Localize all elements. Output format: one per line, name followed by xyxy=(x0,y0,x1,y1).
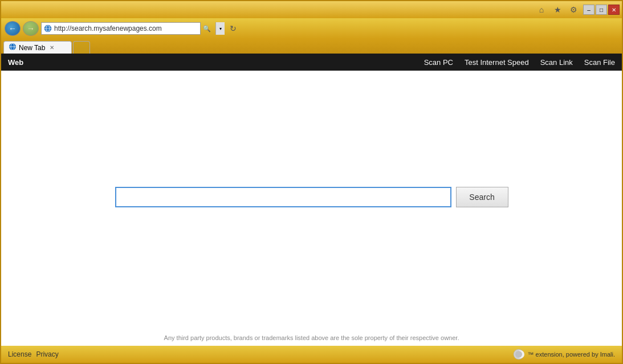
address-bar-area: ← → http://search.mysafenewpages.com 🔍 ▾… xyxy=(1,18,622,39)
new-tab[interactable]: New Tab ✕ xyxy=(3,41,72,54)
settings-icon-btn[interactable]: ⚙ xyxy=(567,3,580,16)
svg-point-10 xyxy=(515,351,522,358)
status-right: ™ extension, powered by Imali. xyxy=(513,349,615,360)
address-dropdown-btn[interactable]: ▾ xyxy=(215,22,225,35)
minimize-button[interactable]: – xyxy=(583,5,595,15)
tab-close-button[interactable]: ✕ xyxy=(50,44,54,51)
privacy-link[interactable]: Privacy xyxy=(36,350,58,358)
back-button[interactable]: ← xyxy=(5,21,21,36)
forward-button[interactable]: → xyxy=(23,21,39,36)
nav-scan-file[interactable]: Scan File xyxy=(584,58,615,67)
home-icon: ⌂ xyxy=(539,5,544,14)
browser-window: ⌂ ★ ⚙ – □ ✕ ← → xyxy=(0,0,623,364)
tab-label: New Tab xyxy=(19,44,45,52)
search-area: Search xyxy=(115,187,508,207)
nav-toolbar: Web Scan PC Test Internet Speed Scan Lin… xyxy=(1,54,622,71)
nav-web[interactable]: Web xyxy=(8,58,23,67)
title-bar: ⌂ ★ ⚙ – □ ✕ xyxy=(1,1,622,18)
tab-bar: New Tab ✕ xyxy=(1,39,622,54)
refresh-button[interactable]: ↻ xyxy=(227,22,239,35)
search-button[interactable]: Search xyxy=(456,187,508,207)
status-bar: License Privacy ™ extension, powered by … xyxy=(1,346,622,363)
moon-icon xyxy=(513,349,524,360)
home-icon-btn[interactable]: ⌂ xyxy=(535,3,548,16)
new-tab-placeholder[interactable] xyxy=(73,41,90,54)
nav-scan-link[interactable]: Scan Link xyxy=(540,58,573,67)
search-input[interactable] xyxy=(115,187,451,207)
nav-test-speed[interactable]: Test Internet Speed xyxy=(465,58,529,67)
title-toolbar-icons: ⌂ ★ ⚙ xyxy=(535,3,582,16)
address-text: http://search.mysafenewpages.com xyxy=(54,24,162,32)
favorites-icon-btn[interactable]: ★ xyxy=(551,3,564,16)
gear-icon: ⚙ xyxy=(570,5,577,14)
close-button[interactable]: ✕ xyxy=(608,5,620,15)
footer: Any third party products, brands or trad… xyxy=(1,330,622,346)
extension-text: ™ extension, powered by Imali. xyxy=(528,351,615,358)
disclaimer-text: Any third party products, brands or trad… xyxy=(1,330,622,346)
license-link[interactable]: License xyxy=(8,350,31,358)
ie-icon xyxy=(44,24,52,32)
address-input-container[interactable]: http://search.mysafenewpages.com xyxy=(41,22,201,35)
nav-scan-pc[interactable]: Scan PC xyxy=(424,58,453,67)
maximize-button[interactable]: □ xyxy=(596,5,607,15)
star-icon: ★ xyxy=(554,5,561,14)
main-content: Search Any third party products, brands … xyxy=(1,71,622,346)
address-search-btn[interactable]: 🔍 xyxy=(203,22,213,35)
tab-ie-icon xyxy=(9,43,17,52)
